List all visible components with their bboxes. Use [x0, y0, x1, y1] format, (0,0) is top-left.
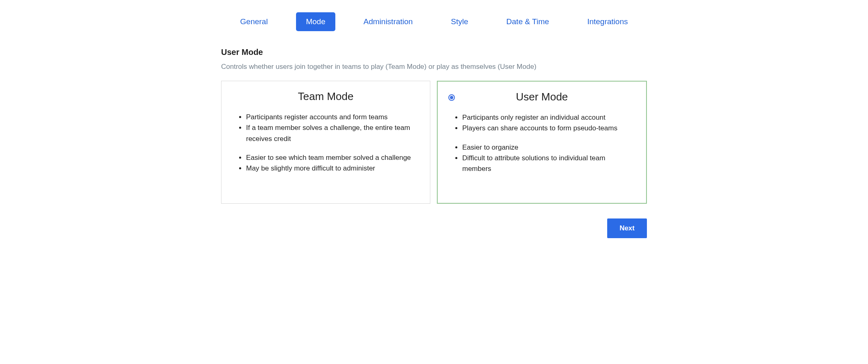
list-item: Easier to see which team member solved a…	[246, 152, 419, 163]
list-item: Easier to organize	[462, 142, 635, 153]
section-title: User Mode	[221, 48, 647, 57]
tab-style[interactable]: Style	[441, 12, 478, 31]
mode-cards: Team Mode Participants register accounts…	[221, 81, 647, 204]
card-user-mode[interactable]: User Mode Participants only register an …	[437, 81, 647, 204]
list-item: Players can share accounts to form pseud…	[462, 123, 635, 134]
radio-icon	[448, 94, 455, 101]
card-team-mode[interactable]: Team Mode Participants register accounts…	[221, 81, 430, 204]
list-item: If a team member solves a challenge, the…	[246, 123, 419, 144]
tab-integrations[interactable]: Integrations	[577, 12, 637, 31]
tabs-nav: General Mode Administration Style Date &…	[221, 8, 647, 35]
radio-user-mode[interactable]	[448, 93, 455, 101]
list-item: May be slightly more difficult to admini…	[246, 163, 419, 174]
card-team-title: Team Mode	[298, 90, 354, 102]
list-item: Participants register accounts and form …	[246, 112, 419, 123]
card-user-title: User Mode	[516, 91, 568, 103]
next-button[interactable]: Next	[607, 218, 647, 238]
tab-date-time[interactable]: Date & Time	[497, 12, 559, 31]
section-subtitle: Controls whether users join together in …	[221, 63, 647, 71]
tab-mode[interactable]: Mode	[296, 12, 335, 31]
tab-general[interactable]: General	[231, 12, 278, 31]
tab-administration[interactable]: Administration	[354, 12, 423, 31]
list-item: Difficult to attribute solutions to indi…	[462, 153, 635, 175]
list-item: Participants only register an individual…	[462, 112, 635, 123]
